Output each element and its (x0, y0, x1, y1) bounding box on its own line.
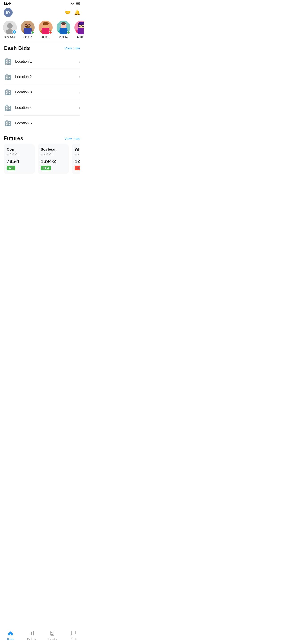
contact-jane[interactable]: Jane D. (38, 20, 54, 38)
soybean-price: 1694-2 (41, 158, 66, 164)
svg-rect-46 (9, 77, 10, 78)
wheat-crop: Whea... (75, 147, 80, 152)
corn-month: July 2022 (7, 152, 32, 156)
soybean-crop: Soybean (41, 147, 66, 152)
futures-card-wheat[interactable]: Whea... July 2022 1200- -30-6 (72, 144, 80, 174)
location-1-name: Location 1 (15, 60, 32, 64)
location-2-name: Location 2 (15, 75, 32, 79)
svg-rect-71 (6, 124, 7, 124)
new-chat-plus-icon: + (12, 30, 16, 34)
handshake-icon[interactable]: 🤝 (64, 10, 71, 16)
contacts-row: + New Chat John D. (0, 20, 84, 41)
chevron-right-5: › (79, 121, 80, 126)
svg-rect-41 (6, 76, 7, 76)
location-5-item[interactable]: Location 5 › (4, 116, 80, 131)
jane-avatar-wrap (39, 20, 52, 34)
svg-point-16 (43, 22, 48, 26)
jane-status-dot (49, 31, 52, 34)
svg-rect-42 (8, 76, 8, 76)
svg-rect-56 (7, 94, 9, 96)
svg-rect-37 (9, 62, 10, 63)
svg-rect-70 (9, 122, 10, 123)
status-time: 12:44 (4, 2, 12, 5)
contact-kate[interactable]: Kate P. (73, 20, 84, 38)
svg-rect-50 (6, 91, 7, 92)
svg-rect-36 (8, 62, 8, 63)
svg-rect-68 (6, 122, 7, 123)
location-4-name: Location 4 (15, 106, 32, 110)
futures-view-more[interactable]: View more (64, 137, 80, 140)
location-3-left: Location 3 (4, 88, 32, 97)
building-icon-1 (4, 57, 12, 66)
header-icons: 🤝 🔔 (64, 10, 80, 16)
futures-cards: Corn July 2022 785-4 4-0 Soybean July 20… (4, 144, 80, 175)
svg-rect-72 (8, 124, 8, 124)
location-4-item[interactable]: Location 4 › (4, 100, 80, 116)
alex-status-dot (67, 31, 70, 34)
wifi-icon (71, 2, 74, 5)
cash-bids-view-more[interactable]: View more (64, 46, 80, 50)
location-3-name: Location 3 (15, 90, 32, 94)
contact-alex[interactable]: Alex D. (56, 20, 72, 38)
svg-rect-65 (7, 110, 9, 111)
cash-bids-header: Cash Bids View more (4, 45, 80, 51)
svg-rect-64 (9, 108, 10, 109)
kate-label: Kate P. (77, 35, 84, 38)
svg-rect-38 (7, 64, 9, 64)
corn-price: 785-4 (7, 158, 32, 164)
svg-rect-53 (6, 93, 7, 94)
bell-icon[interactable]: 🔔 (74, 10, 80, 16)
battery-icon (76, 2, 80, 5)
svg-rect-35 (6, 62, 7, 63)
contact-new-chat[interactable]: + New Chat (2, 20, 18, 38)
svg-point-0 (72, 4, 73, 5)
header: BY 🤝 🔔 (0, 6, 84, 20)
svg-point-4 (7, 23, 12, 28)
chevron-right-3: › (79, 90, 80, 95)
location-1-item[interactable]: Location 1 › (4, 54, 80, 69)
svg-rect-47 (7, 79, 9, 80)
svg-rect-62 (6, 108, 7, 109)
svg-rect-34 (9, 60, 10, 61)
wheat-price: 1200- (75, 158, 80, 164)
svg-rect-15 (42, 28, 50, 34)
chevron-right-4: › (79, 106, 80, 110)
jane-label: Jane D. (41, 35, 50, 38)
status-icons (71, 2, 80, 5)
chevron-right-1: › (79, 59, 80, 64)
futures-card-corn[interactable]: Corn July 2022 785-4 4-0 (4, 144, 35, 174)
svg-rect-28 (78, 23, 79, 27)
cash-bids-section: Cash Bids View more Location 1 › (0, 41, 84, 131)
alex-avatar-wrap (56, 20, 70, 34)
svg-rect-51 (8, 91, 8, 92)
corn-change: 4-0 (7, 166, 16, 170)
user-avatar[interactable]: BY (4, 8, 12, 17)
futures-header: Futures View more (4, 135, 80, 142)
futures-title: Futures (4, 135, 23, 142)
svg-point-12 (26, 26, 30, 28)
kate-avatar (74, 20, 84, 34)
location-3-item[interactable]: Location 3 › (4, 85, 80, 100)
svg-rect-54 (8, 93, 8, 94)
location-2-item[interactable]: Location 2 › (4, 69, 80, 85)
location-2-left: Location 2 (4, 72, 32, 82)
svg-point-20 (61, 22, 66, 25)
contact-john[interactable]: John D. (20, 20, 36, 38)
svg-rect-3 (76, 3, 79, 4)
svg-rect-52 (9, 91, 10, 92)
futures-card-soybean[interactable]: Soybean July 2022 1694-2 31-4 (38, 144, 69, 174)
svg-rect-73 (9, 124, 10, 124)
svg-rect-2 (80, 3, 80, 4)
chevron-right-2: › (79, 75, 80, 80)
new-chat-label: New Chat (4, 35, 16, 38)
building-icon-3 (4, 88, 12, 97)
location-4-left: Location 4 (4, 103, 32, 112)
cash-bids-title: Cash Bids (4, 45, 30, 51)
building-icon-4 (4, 103, 12, 112)
location-5-name: Location 5 (15, 121, 32, 125)
svg-rect-60 (8, 106, 8, 107)
svg-rect-61 (9, 106, 10, 107)
alex-label: Alex D. (59, 35, 68, 38)
bottom-spacer (0, 177, 84, 195)
svg-rect-55 (9, 93, 10, 94)
